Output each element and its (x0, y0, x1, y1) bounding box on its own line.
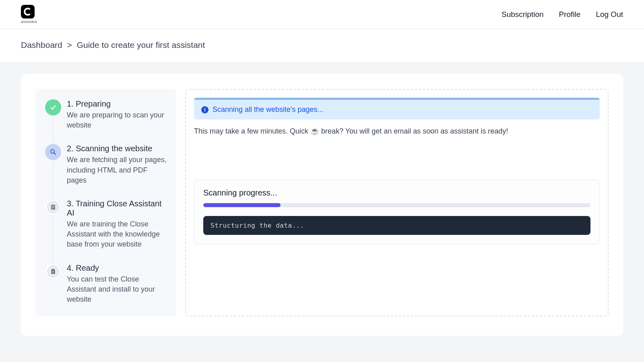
svg-rect-3 (52, 206, 54, 206)
breadcrumb-sep: > (67, 40, 72, 49)
step-desc: We are preparing to scan your website (67, 110, 167, 130)
progress-label: Scanning progress... (203, 188, 590, 197)
main-card: 1. Preparing We are preparing to scan yo… (21, 74, 623, 336)
step-title: 2. Scanning the website (67, 144, 167, 153)
step-title: 4. Ready (67, 263, 167, 273)
svg-rect-7 (52, 269, 54, 270)
nav-profile[interactable]: Profile (559, 10, 581, 19)
clipboard-check-icon (45, 263, 61, 280)
search-icon (45, 144, 61, 160)
step-desc: You can test the Close Assistant and ins… (67, 274, 167, 305)
step-training: 3. Training Close Assistant AI We are tr… (45, 199, 167, 250)
step-ready: 4. Ready You can test the Close Assistan… (45, 263, 167, 305)
info-banner: i Scanning all the website's pages... (194, 98, 600, 119)
console-output: Structuring the data... (203, 216, 590, 235)
steps-sidebar: 1. Preparing We are preparing to scan yo… (35, 89, 176, 317)
logo-icon (21, 5, 35, 19)
logo-block[interactable]: assistant (21, 5, 37, 24)
step-desc: We are training the Close Assistant with… (67, 219, 167, 250)
page-body: 1. Preparing We are preparing to scan yo… (0, 62, 644, 362)
progress-bar-fill (203, 203, 281, 207)
step-preparing: 1. Preparing We are preparing to scan yo… (45, 99, 167, 130)
info-icon: i (201, 106, 208, 113)
step-title: 3. Training Close Assistant AI (67, 199, 167, 218)
breadcrumb: Dashboard > Guide to create your first a… (0, 29, 644, 62)
progress-bar (203, 203, 590, 207)
nav-subscription[interactable]: Subscription (502, 10, 544, 19)
svg-line-1 (54, 153, 56, 155)
progress-section: Scanning progress... Structuring the dat… (194, 180, 600, 244)
document-icon (45, 199, 61, 215)
svg-rect-4 (52, 207, 54, 207)
step-title: 1. Preparing (67, 99, 167, 109)
topbar: assistant Subscription Profile Log Out (0, 0, 644, 29)
note-text: This may take a few minutes. Quick ☕ bre… (194, 127, 600, 136)
nav-logout[interactable]: Log Out (596, 10, 623, 19)
content-panel: i Scanning all the website's pages... Th… (185, 89, 609, 317)
svg-rect-5 (52, 208, 53, 208)
breadcrumb-root[interactable]: Dashboard (21, 40, 62, 49)
logo-caption: assistant (21, 20, 37, 24)
breadcrumb-current: Guide to create your first assistant (77, 40, 205, 49)
step-desc: We are fetching all your pages, includin… (67, 155, 167, 185)
nav-links: Subscription Profile Log Out (502, 10, 623, 19)
check-icon (45, 99, 61, 115)
banner-text: Scanning all the website's pages... (213, 105, 324, 114)
step-scanning: 2. Scanning the website We are fetching … (45, 144, 167, 185)
